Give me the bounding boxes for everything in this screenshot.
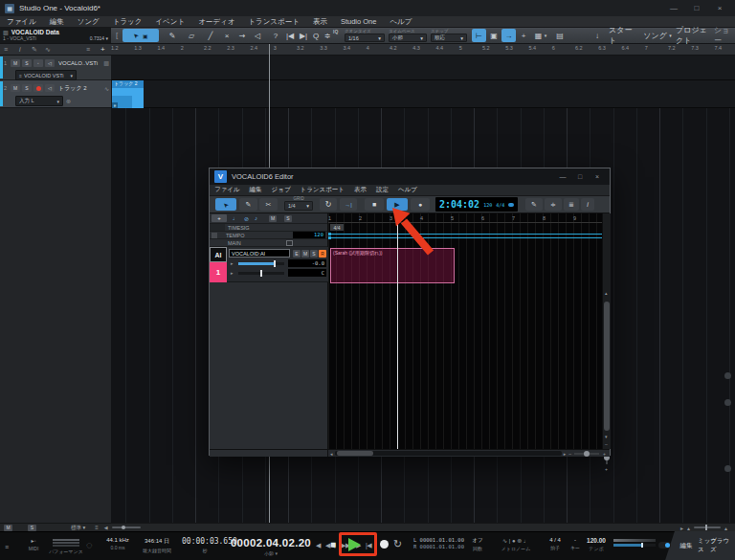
metronome-group[interactable]: ∿ | ● ⊛ ♩ メトロノーム <box>490 537 542 551</box>
hzoom-slider[interactable] <box>694 526 721 528</box>
footer-collapse-icon[interactable]: ◀ <box>104 525 108 530</box>
vscroll-thumb[interactable] <box>604 302 610 431</box>
track1-solo-button[interactable]: S <box>22 59 32 67</box>
loop-button[interactable]: ↻ <box>393 538 402 550</box>
menu-item[interactable]: オーディオ <box>198 17 234 27</box>
editor-note2-icon[interactable]: ♪ <box>255 215 257 221</box>
track2-name[interactable]: トラック 2 <box>58 84 104 93</box>
save-icon[interactable]: ▤ <box>553 29 567 42</box>
vzoom-minus[interactable]: – <box>605 441 608 447</box>
editor-track-e-button[interactable]: E <box>293 250 301 258</box>
arrange-ruler[interactable]: ≡ i ✎ ∿ ≡ + 1.21.31.422.22.32.433.23.33.… <box>0 44 735 56</box>
menu-item[interactable]: ファイル <box>7 17 36 27</box>
track1-mute-button[interactable]: M <box>11 59 20 67</box>
add-track-button[interactable]: + <box>100 45 105 54</box>
tempo-row-label[interactable]: TEMPO <box>226 233 293 238</box>
vscroll-down-arrow[interactable]: ▾ <box>605 434 608 439</box>
transport-menu-icon[interactable]: ≡ <box>5 544 9 550</box>
editor-solo-all-button[interactable]: S <box>284 215 292 222</box>
layers-icon[interactable]: ≡ <box>86 46 90 53</box>
tempo-row-checkbox[interactable] <box>212 233 217 238</box>
track2-record-button[interactable] <box>33 84 43 92</box>
list-icon[interactable]: ≡ <box>4 46 8 53</box>
editor-loop-button[interactable]: ↻ <box>320 198 337 211</box>
pan-value[interactable]: C <box>288 269 326 277</box>
return-to-zero-button[interactable]: |◀ <box>366 542 371 549</box>
editor-playhead-marker[interactable] <box>394 213 402 218</box>
vocaloid-part[interactable]: (Sarah (試用期限切れ)) <box>330 248 455 283</box>
track1-instrument-select[interactable]: ≡ VOCALOID VSTi ▾ <box>15 70 77 80</box>
editor-menu-item[interactable]: ジョブ <box>272 186 291 194</box>
editor-maximize-button[interactable]: □ <box>571 168 589 185</box>
track2-lane[interactable] <box>111 80 735 108</box>
seconds-group[interactable]: 00:00:03.650 秒 <box>182 537 228 553</box>
menu-item[interactable]: トラック <box>113 17 143 27</box>
zoom-edge-button[interactable] <box>724 465 731 472</box>
play-button[interactable] <box>348 538 361 551</box>
pan-expander[interactable]: ▸ <box>231 270 234 276</box>
editor-info-button[interactable]: i <box>581 198 594 211</box>
tempo-curve-line1[interactable] <box>328 234 602 235</box>
listen-tool-button[interactable]: ◁ <box>251 29 264 42</box>
hscroll-right-arrow[interactable]: ▸ <box>564 451 567 457</box>
show-page-button[interactable]: ショー <box>714 29 735 42</box>
hzoom-out-icon[interactable]: ▸ <box>680 525 683 531</box>
editor-note-icon[interactable]: ♩ <box>233 215 238 221</box>
menu-item[interactable]: ソング <box>78 17 100 27</box>
inspector-icon[interactable]: i <box>19 46 21 53</box>
track1-name[interactable]: VOCALO..VSTi <box>58 60 103 66</box>
editor-stop-button[interactable]: ■ <box>365 198 384 211</box>
key-group[interactable]: - キー <box>568 537 582 550</box>
paint-tool-button[interactable]: ╱ <box>203 29 218 42</box>
stop-button[interactable]: ■ <box>330 539 336 549</box>
marker-left-icon[interactable]: |◀ <box>283 29 297 42</box>
pencil-tool-button[interactable]: ✎ <box>165 29 180 42</box>
editor-list-button[interactable]: ≣ <box>564 198 579 211</box>
editor-pointer-tool[interactable]: ➤ <box>215 198 236 211</box>
tempo-group[interactable]: 120.00 テンポ <box>584 537 609 551</box>
editor-mixer-button[interactable]: ≑ <box>545 198 562 211</box>
project-page-button[interactable]: プロジェクト <box>676 29 712 42</box>
editor-add-track-button[interactable]: + <box>212 214 227 222</box>
close-button[interactable]: × <box>708 0 731 16</box>
editor-noentry-icon[interactable]: ⊘ <box>244 215 249 222</box>
global-mute-button[interactable]: M <box>4 525 12 531</box>
track1-lane[interactable] <box>111 56 735 80</box>
editor-track-m-button[interactable]: M <box>301 250 309 258</box>
input-quantize-toggle[interactable]: IQ <box>333 29 338 34</box>
arrow-tool-button[interactable]: ➤ ▣ <box>122 29 159 42</box>
tempo-node2[interactable] <box>328 236 331 239</box>
menu-item[interactable]: イベント <box>155 17 185 27</box>
snap-toggle[interactable]: ⊢ <box>472 29 486 42</box>
vzoom-up-icon[interactable]: ▴ <box>724 525 727 531</box>
quantize-select[interactable]: 1/16▾ <box>345 34 385 42</box>
editor-menu-item[interactable]: 表示 <box>354 186 367 194</box>
editor-menu-item[interactable]: ファイル <box>214 186 240 194</box>
track2-header[interactable]: 2 M S ◁ トラック 2 ∿ 入力 L ▾ ⊛ <box>0 80 111 108</box>
hzoom-slider[interactable] <box>574 453 599 455</box>
performance-meter[interactable]: パフォーマンス <box>48 537 84 554</box>
menu-item[interactable]: Studio One <box>341 17 377 26</box>
menu-item[interactable]: 表示 <box>313 17 327 27</box>
autoscroll-toggle[interactable]: → <box>501 29 516 42</box>
main-row-label[interactable]: MAIN <box>228 240 286 246</box>
grid-options-button[interactable]: ▦ ▾ <box>532 29 549 42</box>
song-page-button[interactable]: ソング ▾ <box>641 29 674 42</box>
hzoom-up-icon[interactable]: ▴ <box>687 525 690 531</box>
macro-icon[interactable]: ≑ <box>322 29 333 42</box>
editor-titlebar[interactable]: V VOCALOID6 Editor — □ × <box>210 168 610 185</box>
record-button[interactable] <box>380 540 389 549</box>
track2-solo-button[interactable]: S <box>22 84 32 92</box>
timestretch-icon[interactable]: ▣ <box>488 29 500 42</box>
start-page-button[interactable]: スタート <box>609 29 639 42</box>
menu-item[interactable]: 編集 <box>50 17 64 27</box>
track1-monitor-button[interactable]: ◁ <box>45 59 55 67</box>
vocaloid-editor-window[interactable]: V VOCALOID6 Editor — □ × ファイル編集ジョブトランスポー… <box>209 168 611 456</box>
hscroll-thumb[interactable] <box>337 451 373 456</box>
timesig-group[interactable]: 4 / 4 拍子 <box>546 537 565 550</box>
editor-track-s-button[interactable]: S <box>310 250 318 258</box>
preset-select[interactable]: 標準 ▾ <box>71 525 85 531</box>
tempo-row-value[interactable]: 120 <box>293 232 325 238</box>
editor-play-button[interactable]: ▶ <box>387 198 408 211</box>
editor-mute-all-button[interactable]: M <box>269 215 277 222</box>
